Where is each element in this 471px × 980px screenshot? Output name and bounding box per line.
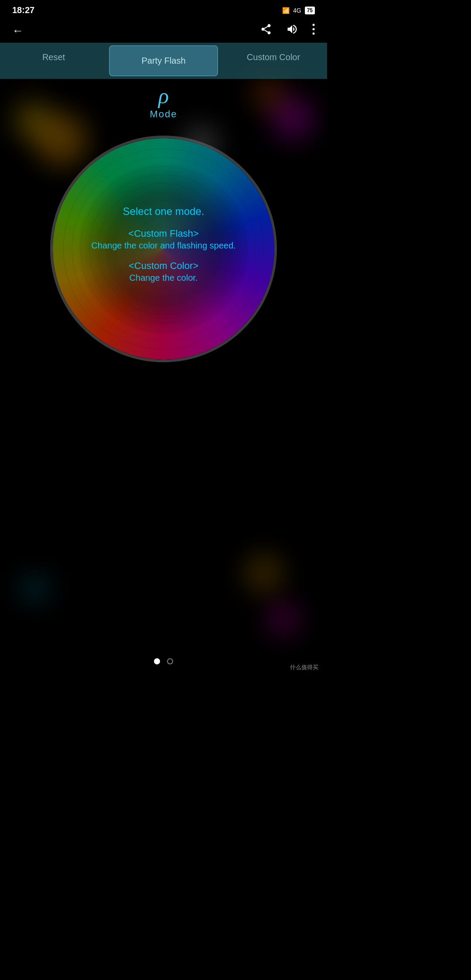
mode-swirl-icon: ρ [158,85,169,107]
svg-point-1 [313,28,315,31]
pagination-dot-2[interactable] [167,658,173,664]
back-button[interactable]: ← [12,24,24,37]
network-type: 4G [293,7,301,14]
pagination-dot-1[interactable] [154,658,160,664]
svg-point-0 [313,24,315,26]
action-bar: ← [0,19,327,43]
status-icons: 📶 4G 75 [282,7,315,14]
tab-bar: Reset Party Flash Custom Color [0,43,327,79]
pagination [0,658,327,664]
battery-level: 75 [307,7,313,14]
mode-label: Mode [150,109,177,120]
svg-point-13 [76,162,251,336]
more-button[interactable] [312,23,315,38]
color-wheel[interactable]: Select one mode. <Custom Flash> Change t… [50,136,277,362]
color-wheel-gradient: Select one mode. <Custom Flash> Change t… [53,138,274,360]
mode-area: ρ Mode [0,79,327,122]
action-icons-right [260,23,315,38]
signal-icon: 📶 [282,7,290,14]
tab-reset[interactable]: Reset [0,43,107,79]
concentric-rings [59,144,268,354]
share-button[interactable] [260,23,272,38]
status-bar: 18:27 📶 4G 75 [0,0,327,19]
battery-indicator: 75 [305,7,315,14]
volume-button[interactable] [286,23,298,38]
svg-point-2 [313,33,315,35]
bottom-logo: 什么值得买 [290,664,318,671]
tab-custom-color[interactable]: Custom Color [220,43,327,79]
time-display: 18:27 [12,5,34,15]
tab-party-flash[interactable]: Party Flash [109,45,218,76]
color-wheel-container[interactable]: Select one mode. <Custom Flash> Change t… [0,136,327,362]
